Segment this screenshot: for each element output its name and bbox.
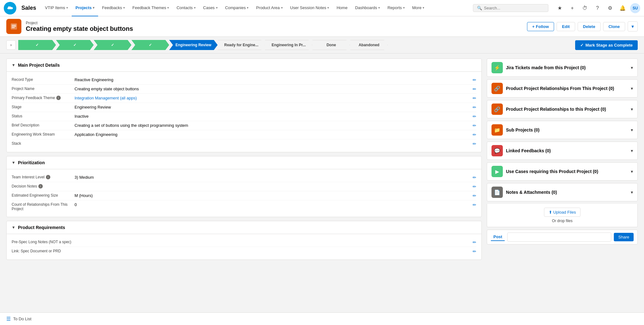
recent-icon[interactable]: ⏱ [580,3,590,13]
field-edit-button[interactable]: ✏ [469,184,476,189]
related-list-item[interactable]: ⚡Jira Tickets made from this Project (0)… [487,59,638,77]
nav-item-chevron: ▾ [423,6,424,9]
delete-button[interactable]: Delete [578,22,601,31]
stage-step-8[interactable]: Abandoned [350,40,388,50]
nav-item-more[interactable]: More▾ [408,0,428,16]
field-row: Engineering Work StreamApplication Engin… [12,130,476,139]
share-button[interactable]: Share [614,233,634,241]
nav-item-reports[interactable]: Reports▾ [384,0,408,16]
field-edit-button[interactable]: ✏ [469,202,476,207]
stage-step-5[interactable]: Ready for Engine... [218,40,265,50]
follow-button[interactable]: + Follow [527,22,554,31]
related-icon-jira: ⚡ [491,62,503,73]
product-requirements-header[interactable]: ▼ Product Requirements [7,221,481,234]
favorites-icon[interactable]: ★ [555,3,565,13]
related-list-item[interactable]: ▶Use Cases requiring this Product Projec… [487,162,638,181]
nav-item-projects[interactable]: Projects▾ [72,0,98,16]
field-label: Team Interest Leveli [12,175,75,179]
stage-step-6[interactable]: Engineering In Pr... [265,40,313,50]
nav-item-chevron: ▾ [327,6,329,9]
nav-item-chevron: ▾ [403,6,405,9]
main-project-details-header[interactable]: ▼ Main Project Details [7,59,481,72]
info-icon: i [38,184,43,188]
related-list-item[interactable]: 🔗Product Project Relationships From This… [487,79,638,98]
upload-files-button[interactable]: ⬆ Upload Files [544,208,581,217]
field-edit-button[interactable]: ✏ [469,141,476,146]
avatar[interactable]: SU [630,3,640,13]
related-icon-feedback: 💬 [491,145,503,156]
field-edit-button[interactable]: ✏ [469,240,476,245]
post-tab[interactable]: Post [491,233,505,241]
field-link[interactable]: Integration Management (all apps) [75,96,137,100]
stage-toggle[interactable]: › [6,40,16,50]
related-list-item[interactable]: 💬Linked Feedbacks (0)▾ [487,142,638,160]
nav-item-home[interactable]: Home [333,0,351,16]
related-list-item[interactable]: 🔗Product Project Relationships to this P… [487,100,638,118]
nav-item-chevron: ▾ [167,6,169,9]
related-list-item[interactable]: 📁Sub Projects (0)▾ [487,121,638,139]
section-chevron-product-req: ▼ [12,225,15,230]
field-label: Engineering Work Stream [12,132,75,137]
related-list-item[interactable]: 📄Notes & Attachments (0)▾ [487,183,638,201]
field-edit-button[interactable]: ✏ [469,87,476,92]
stage-bar: › ✓✓✓✓Engineering ReviewReady for Engine… [0,37,644,53]
nav-item-dashboards[interactable]: Dashboards▾ [351,0,384,16]
more-actions-button[interactable]: ▼ [628,21,638,31]
edit-button[interactable]: Edit [557,22,575,31]
prioritization-header[interactable]: ▼ Prioritization [7,156,481,169]
stage-step-3[interactable]: ✓ [131,40,169,50]
upload-area: ⬆ Upload FilesOr drop files [487,204,638,227]
nav-item-vtip-items[interactable]: VTIP Items▾ [41,0,72,16]
nav-item-feedbacks[interactable]: Feedbacks▾ [98,0,129,16]
add-icon[interactable]: + [567,3,577,13]
settings-icon[interactable]: ⚙ [605,3,615,13]
stage-step-4[interactable]: Engineering Review [169,40,218,50]
stage-step-1[interactable]: ✓ [56,40,94,50]
field-edit-button[interactable]: ✏ [469,175,476,180]
top-nav: Sales VTIP Items▾Projects▾Feedbacks▾Feed… [0,0,644,16]
salesforce-logo[interactable] [4,2,16,14]
nav-item-contacts[interactable]: Contacts▾ [173,0,199,16]
field-edit-button[interactable]: ✏ [469,77,476,82]
stage-step-0[interactable]: ✓ [18,40,56,50]
help-icon[interactable]: ? [592,3,602,13]
post-bar-inner: Post Share [491,233,634,242]
notifications-icon[interactable]: 🔔 [618,3,628,13]
record-header-right: + Follow Edit Delete Clone ▼ [527,21,638,31]
stage-step-7[interactable]: Done [312,40,350,50]
field-value: 0 [75,202,469,207]
main-project-details-body: Record TypeReactive Engineering✏Project … [7,72,481,152]
clone-button[interactable]: Clone [603,22,625,31]
field-row: Estimated Engineering SizeM (Hours)✏ [12,191,476,200]
record-header: Project Creating empty state object butt… [0,16,644,37]
field-edit-button[interactable]: ✏ [469,123,476,128]
nav-item-product-area[interactable]: Product Area▾ [252,0,286,16]
nav-item-companies[interactable]: Companies▾ [221,0,253,16]
search-container[interactable]: 🔍 [473,4,548,12]
field-row: Decision Notesi✏ [12,182,476,191]
right-panel: ⚡Jira Tickets made from this Project (0)… [487,59,638,244]
field-row: Stack✏ [12,139,476,148]
info-icon: i [56,96,61,100]
field-edit-button[interactable]: ✏ [469,249,476,254]
field-edit-button[interactable]: ✏ [469,114,476,119]
field-value: Engineering Review [75,105,469,109]
field-edit-button[interactable]: ✏ [469,132,476,137]
checkmark-icon: ✓ [580,43,584,48]
stage-step-2[interactable]: ✓ [94,40,131,50]
related-list-chevron: ▾ [631,169,633,174]
field-edit-button[interactable]: ✏ [469,105,476,110]
field-value: 3) Medium [75,175,469,180]
field-edit-button[interactable]: ✏ [469,96,476,101]
mark-stage-complete-button[interactable]: ✓ Mark Stage as Complete [575,40,638,50]
search-input[interactable] [484,6,544,10]
record-icon [6,19,21,34]
field-edit-button[interactable]: ✏ [469,193,476,198]
product-requirements-card: ▼ Product Requirements Pre-Spec Long Not… [6,221,482,260]
nav-item-user-session-notes[interactable]: User Session Notes▾ [286,0,333,16]
post-input[interactable] [507,233,611,242]
nav-item-feedback-themes[interactable]: Feedback Themes▾ [129,0,173,16]
nav-item-cases[interactable]: Cases▾ [199,0,221,16]
field-label: Pre-Spec Long Notes (NOT a spec) [12,240,75,244]
nav-item-chevron: ▾ [93,6,94,9]
